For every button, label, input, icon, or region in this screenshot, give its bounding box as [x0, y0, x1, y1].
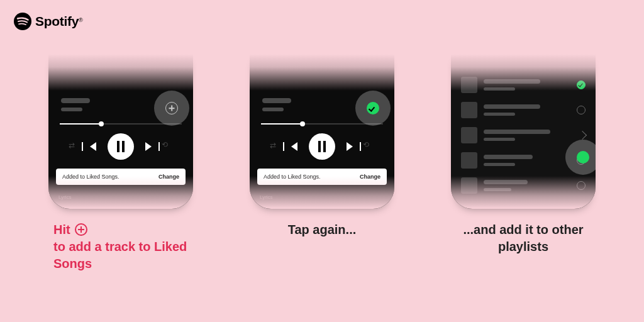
toast-change-button[interactable]: Change	[158, 174, 179, 180]
playlist-row[interactable]	[461, 102, 586, 118]
pause-button[interactable]	[309, 133, 335, 160]
previous-track-icon[interactable]	[291, 142, 297, 151]
playlist-row[interactable]	[461, 77, 586, 93]
playlist-radio-icon[interactable]	[577, 181, 586, 190]
pause-button[interactable]	[108, 133, 134, 160]
add-to-playlist-highlight	[565, 140, 596, 175]
spotify-logomark-icon	[14, 13, 31, 30]
toast-message: Added to Liked Songs.	[264, 174, 321, 180]
player-controls	[250, 133, 394, 160]
toast: Added to Liked Songs. Change	[56, 169, 186, 185]
spotify-wordmark: Spotify®	[35, 14, 83, 29]
caption-3: ...and add it to other playlists	[451, 221, 596, 255]
repeat-icon[interactable]	[364, 142, 373, 151]
chevron-right-icon	[578, 131, 587, 140]
phone-mock-2: Added to Liked Songs. Change Lyrics	[250, 54, 394, 209]
toast-change-button[interactable]: Change	[360, 174, 380, 180]
next-track-icon[interactable]	[347, 142, 353, 151]
caption-2: Tap again...	[250, 221, 394, 238]
next-track-icon[interactable]	[145, 142, 152, 151]
toast: Added to Liked Songs. Change	[257, 169, 387, 185]
playlist-selected-icon[interactable]	[577, 80, 586, 89]
player-controls	[48, 133, 193, 160]
lyrics-label: Lyrics	[58, 194, 72, 200]
tutorial-steps: Added to Liked Songs. Change Lyrics Hit …	[0, 54, 644, 272]
caption-1: Hit to add a track to Liked Songs	[48, 221, 193, 272]
add-to-playlist-icon[interactable]	[577, 151, 589, 164]
now-playing-meta-placeholder	[262, 98, 291, 111]
shuffle-icon[interactable]	[271, 142, 280, 151]
playlist-row[interactable]	[461, 177, 586, 194]
add-button-highlight	[154, 91, 189, 126]
step-2: Added to Liked Songs. Change Lyrics Tap …	[250, 54, 394, 272]
lyrics-label: Lyrics	[260, 194, 273, 200]
playlist-row[interactable]	[461, 127, 586, 143]
previous-track-icon[interactable]	[90, 142, 96, 151]
now-playing-meta-placeholder	[61, 98, 90, 111]
phone-mock-1: Added to Liked Songs. Change Lyrics	[48, 54, 193, 209]
playlist-radio-icon[interactable]	[577, 106, 586, 114]
plus-circle-icon	[75, 223, 87, 236]
add-to-liked-icon[interactable]	[165, 102, 178, 114]
liked-button-highlight	[355, 91, 391, 126]
step-3: ...and add it to other playlists	[451, 54, 596, 272]
phone-mock-3	[451, 54, 596, 209]
shuffle-icon[interactable]	[70, 142, 79, 151]
repeat-icon[interactable]	[163, 142, 172, 151]
toast-message: Added to Liked Songs.	[62, 174, 119, 180]
liked-check-icon[interactable]	[367, 102, 379, 114]
spotify-logo: Spotify®	[14, 13, 83, 30]
step-1: Added to Liked Songs. Change Lyrics Hit …	[48, 54, 193, 272]
